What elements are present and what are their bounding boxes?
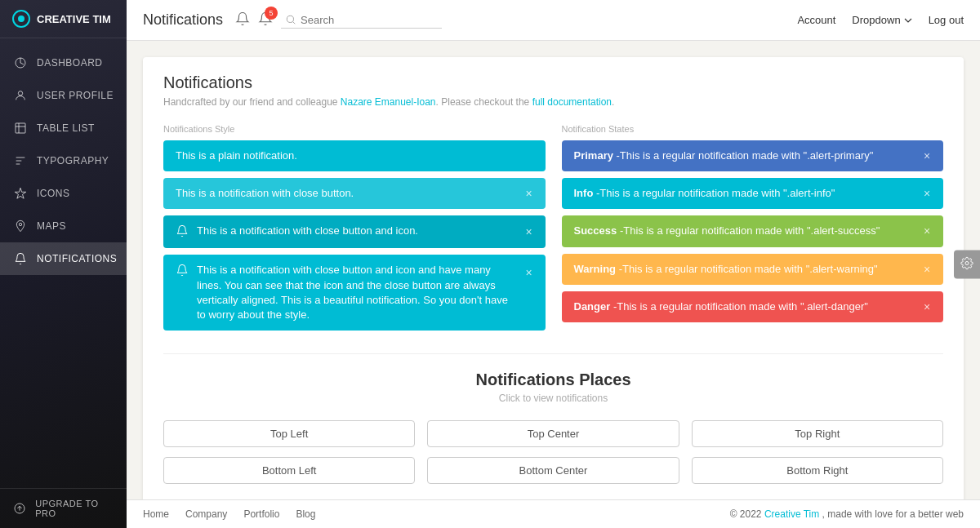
logout-link[interactable]: Log out bbox=[929, 14, 964, 26]
footer-creative-tim-link[interactable]: Creative Tim bbox=[764, 508, 819, 520]
sidebar-item-dashboard[interactable]: DASHBOARD bbox=[0, 47, 127, 79]
brand-icon bbox=[12, 10, 30, 28]
footer-company-link[interactable]: Company bbox=[185, 508, 227, 520]
alert-success-close[interactable]: × bbox=[919, 223, 935, 239]
svg-point-6 bbox=[287, 16, 293, 22]
typography-icon bbox=[12, 153, 29, 169]
sidebar-item-maps[interactable]: MAPS bbox=[0, 210, 127, 242]
dashboard-icon bbox=[12, 55, 29, 71]
places-subtitle: Click to view notifications bbox=[163, 393, 943, 404]
alert-state-primary: Primary -This is a regular notification … bbox=[562, 140, 944, 171]
alert-info-text: Info -This is a regular notification mad… bbox=[574, 186, 932, 201]
sidebar-item-user-profile[interactable]: USER PROFILE bbox=[0, 79, 127, 112]
alert-info-close[interactable]: × bbox=[919, 185, 935, 202]
user-icon bbox=[12, 87, 29, 104]
top-left-button[interactable]: Top Left bbox=[163, 420, 415, 447]
author-link[interactable]: Nazare Emanuel-Ioan bbox=[341, 96, 436, 108]
alert-multiline-close[interactable]: × bbox=[521, 264, 537, 281]
bell-nav-icon bbox=[12, 251, 29, 267]
sidebar: CREATIVE TIM DASHBOARD bbox=[0, 0, 127, 528]
svg-point-0 bbox=[18, 16, 24, 22]
topbar-search bbox=[281, 12, 442, 29]
alert-close-btn-close[interactable]: × bbox=[521, 185, 537, 202]
alert-warning-text: Warning -This is a regular notification … bbox=[574, 262, 932, 277]
sidebar-item-table-list[interactable]: TABLE LIST bbox=[0, 112, 127, 144]
notification-badge: 5 bbox=[265, 7, 278, 20]
card-subtitle: Handcrafted by our friend and colleague … bbox=[163, 96, 943, 108]
bottom-left-button[interactable]: Bottom Left bbox=[163, 457, 415, 484]
alert-multiline: This is a notification with close button… bbox=[163, 255, 546, 331]
alert-danger-close[interactable]: × bbox=[919, 299, 935, 315]
sidebar-brand[interactable]: CREATIVE TIM bbox=[0, 0, 127, 38]
footer-portfolio-link[interactable]: Portfolio bbox=[243, 508, 279, 520]
settings-cog[interactable] bbox=[954, 250, 980, 278]
svg-rect-3 bbox=[16, 123, 25, 133]
alert-danger-text: Danger -This is a regular notification m… bbox=[574, 299, 932, 314]
alert-primary-text: Primary -This is a regular notification … bbox=[574, 149, 932, 163]
bottom-right-button[interactable]: Bottom Right bbox=[692, 457, 943, 484]
col1-label: Notifications Style bbox=[163, 124, 546, 134]
notifications-grid: Notifications Style This is a plain noti… bbox=[163, 124, 943, 337]
alert-close-icon-text: This is a notification with close button… bbox=[197, 224, 533, 238]
alert-close-icon-close[interactable]: × bbox=[521, 224, 537, 240]
alert-success-text: Success -This is a regular notification … bbox=[574, 224, 932, 238]
footer-blog-link[interactable]: Blog bbox=[296, 508, 315, 520]
sidebar-item-icons[interactable]: ICONS bbox=[0, 177, 127, 210]
footer-copyright: © 2022 Creative Tim , made with love for… bbox=[730, 508, 964, 520]
sidebar-nav: DASHBOARD USER PROFILE TABLE bbox=[0, 38, 127, 488]
dropdown-button[interactable]: Dropdown bbox=[852, 14, 911, 26]
search-icon bbox=[285, 14, 296, 25]
svg-point-2 bbox=[18, 91, 22, 95]
alert-bell-icon bbox=[176, 224, 189, 240]
page-title: Notifications bbox=[143, 11, 223, 29]
top-right-button[interactable]: Top Right bbox=[692, 420, 943, 447]
upgrade-icon bbox=[12, 500, 27, 517]
alert-multiline-bell-icon bbox=[176, 264, 189, 279]
topbar-notification-icon[interactable]: 5 bbox=[258, 11, 273, 29]
main-card: Notifications Handcrafted by our friend … bbox=[143, 57, 964, 499]
sidebar-item-notifications[interactable]: NOTIFICATIONS bbox=[0, 242, 127, 275]
notification-states-col: Notification States Primary -This is a r… bbox=[562, 124, 944, 337]
alert-state-info: Info -This is a regular notification mad… bbox=[562, 178, 944, 209]
gear-icon bbox=[960, 256, 973, 269]
alert-primary-close[interactable]: × bbox=[919, 148, 935, 164]
svg-point-4 bbox=[19, 223, 21, 225]
alert-multiline-text: This is a notification with close button… bbox=[197, 263, 533, 322]
places-row2: Bottom Left Bottom Center Bottom Right bbox=[163, 457, 943, 484]
card-title: Notifications bbox=[163, 73, 943, 92]
search-input[interactable] bbox=[301, 14, 438, 26]
brand-name: CREATIVE TIM bbox=[37, 13, 111, 25]
chevron-down-icon bbox=[904, 16, 912, 24]
upgrade-button[interactable]: UPGRADE TO PRO bbox=[0, 488, 127, 528]
alert-close-btn: This is a notification with close button… bbox=[163, 178, 546, 209]
alert-state-danger: Danger -This is a regular notification m… bbox=[562, 291, 944, 322]
alert-close-icon: This is a notification with close button… bbox=[163, 215, 546, 248]
content-area: Notifications Handcrafted by our friend … bbox=[127, 41, 980, 499]
alert-warning-close[interactable]: × bbox=[919, 261, 935, 277]
map-icon bbox=[12, 218, 29, 234]
alert-state-warning: Warning -This is a regular notification … bbox=[562, 254, 944, 285]
alert-state-success: Success -This is a regular notification … bbox=[562, 215, 944, 246]
col2-label: Notification States bbox=[562, 124, 944, 134]
alert-close-btn-text: This is a notification with close button… bbox=[176, 186, 533, 201]
topbar: Notifications 5 bbox=[127, 0, 980, 41]
places-row1: Top Left Top Center Top Right bbox=[163, 420, 943, 447]
docs-link[interactable]: full documentation bbox=[532, 96, 612, 108]
places-section: Notifications Places Click to view notif… bbox=[163, 354, 943, 499]
footer-home-link[interactable]: Home bbox=[143, 508, 169, 520]
topbar-icons: 5 bbox=[235, 11, 273, 29]
footer: Home Company Portfolio Blog © 2022 Creat… bbox=[127, 499, 980, 528]
table-icon bbox=[12, 120, 29, 136]
notifications-style-col: Notifications Style This is a plain noti… bbox=[163, 124, 546, 337]
bottom-center-button[interactable]: Bottom Center bbox=[427, 457, 679, 484]
topbar-bell-icon[interactable] bbox=[235, 11, 250, 29]
top-center-button[interactable]: Top Center bbox=[427, 420, 679, 447]
alert-plain-text: This is a plain notification. bbox=[176, 149, 533, 163]
svg-point-7 bbox=[965, 261, 969, 264]
footer-links: Home Company Portfolio Blog bbox=[143, 508, 315, 520]
icons-nav-icon bbox=[12, 185, 29, 202]
account-link[interactable]: Account bbox=[797, 14, 835, 26]
topbar-right: Account Dropdown Log out bbox=[797, 14, 964, 26]
alert-plain: This is a plain notification. bbox=[163, 140, 546, 171]
sidebar-item-typography[interactable]: TYPOGRAPHY bbox=[0, 144, 127, 177]
